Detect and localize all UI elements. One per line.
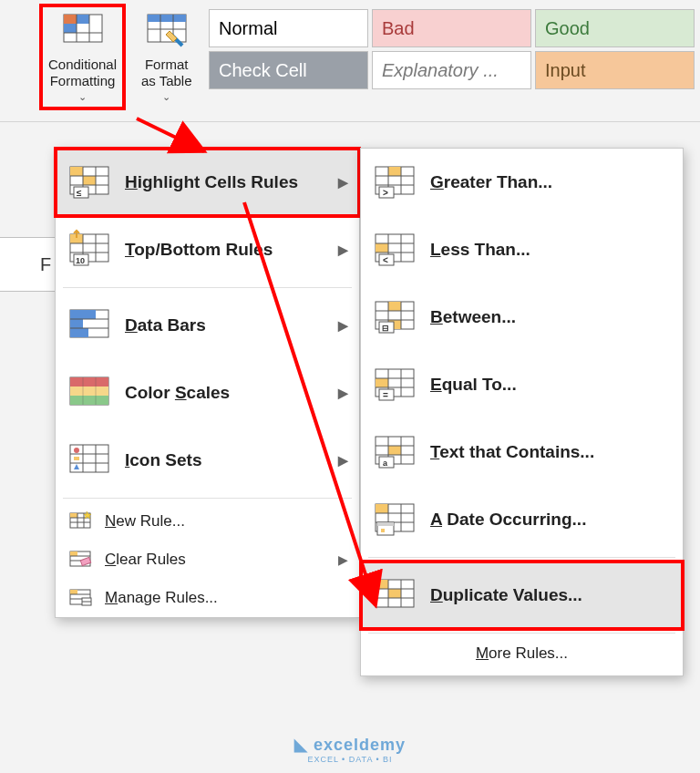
- conditional-formatting-label: Conditional Formatting: [46, 57, 119, 89]
- text-contains-icon: a: [374, 431, 416, 473]
- submenu-arrow-icon: ▶: [338, 242, 348, 257]
- cell-styles-gallery[interactable]: Normal Bad Good Check Cell Explanatory .…: [209, 9, 695, 89]
- conditional-formatting-menu: ≤ Highlight Cells Rules ▶ 10 Top/Bottom …: [55, 148, 360, 618]
- svg-rect-3: [64, 24, 77, 33]
- menu-label: Between...: [430, 307, 516, 327]
- style-normal[interactable]: Normal: [209, 9, 368, 47]
- svg-text:<: <: [383, 255, 388, 265]
- menu-icon-sets[interactable]: Icon Sets ▶: [56, 427, 359, 494]
- svg-rect-92: [376, 378, 388, 387]
- greater-than-icon: >: [374, 161, 416, 203]
- menu-label: Equal To...: [430, 375, 517, 395]
- manage-rules-icon: [68, 586, 92, 610]
- style-bad[interactable]: Bad: [372, 9, 531, 47]
- highlight-cells-icon: ≤: [68, 161, 110, 203]
- svg-rect-1: [64, 15, 77, 24]
- ribbon: Conditional Formatting ⌄ Format as Table…: [0, 0, 700, 122]
- format-as-table-label: Format as Table: [137, 57, 196, 89]
- menu-highlight-cells-rules[interactable]: ≤ Highlight Cells Rules ▶: [56, 149, 359, 216]
- menu-manage-rules[interactable]: Manage Rules...: [56, 579, 359, 617]
- menu-label: Less Than...: [430, 240, 530, 260]
- svg-rect-50: [70, 513, 77, 518]
- svg-rect-13: [70, 167, 83, 176]
- menu-label: More Rules...: [476, 644, 568, 663]
- chevron-down-icon: ⌄: [162, 91, 170, 103]
- svg-rect-83: [388, 302, 401, 311]
- menu-color-scales[interactable]: Color Scales ▶: [56, 359, 359, 427]
- menu-label: Text that Contains...: [430, 442, 594, 462]
- less-than-icon: <: [374, 229, 416, 271]
- menu-label: Greater Than...: [430, 172, 552, 192]
- svg-rect-100: [388, 446, 401, 455]
- menu-clear-rules[interactable]: Clear Rules ▶: [56, 541, 359, 579]
- style-input[interactable]: Input: [535, 51, 695, 89]
- menu-separator: [63, 287, 352, 288]
- svg-text:>: >: [383, 188, 388, 198]
- svg-rect-38: [70, 396, 108, 405]
- watermark: ◣ exceldemy EXCEL • DATA • BI: [294, 735, 406, 764]
- menu-label: A Date Occurring...: [430, 510, 586, 530]
- svg-text:⊟: ⊟: [382, 324, 389, 333]
- menu-separator: [368, 633, 675, 634]
- conditional-formatting-button[interactable]: Conditional Formatting ⌄: [41, 5, 125, 108]
- submenu-text-contains[interactable]: a Text that Contains...: [361, 418, 683, 486]
- highlight-cells-submenu: > Greater Than... < Less Than... ⊟ Betwe…: [360, 148, 684, 676]
- svg-rect-75: [376, 243, 388, 253]
- svg-rect-114: [377, 522, 394, 526]
- svg-rect-36: [70, 377, 108, 386]
- menu-separator: [63, 498, 352, 499]
- submenu-more-rules[interactable]: More Rules...: [361, 637, 683, 670]
- color-scales-icon: [68, 372, 110, 414]
- menu-label: New Rule...: [105, 512, 185, 531]
- submenu-arrow-icon: ▶: [338, 552, 348, 567]
- menu-label: Clear Rules: [105, 551, 186, 569]
- style-good[interactable]: Good: [535, 9, 695, 47]
- between-icon: ⊟: [374, 296, 416, 338]
- clear-rules-icon: [68, 548, 92, 572]
- format-as-table-button[interactable]: Format as Table ⌄: [131, 5, 201, 107]
- svg-point-42: [74, 448, 79, 453]
- new-rule-icon: [68, 510, 92, 533]
- svg-rect-8: [148, 15, 186, 22]
- svg-text:10: 10: [76, 256, 85, 265]
- menu-label: Icon Sets: [125, 450, 201, 470]
- svg-rect-117: [376, 580, 388, 589]
- svg-text:=: =: [383, 390, 388, 400]
- submenu-arrow-icon: ▶: [338, 453, 348, 468]
- menu-label: Manage Rules...: [105, 589, 218, 607]
- style-explanatory[interactable]: Explanatory ...: [372, 51, 531, 89]
- submenu-arrow-icon: ▶: [338, 386, 348, 400]
- submenu-between[interactable]: ⊟ Between...: [361, 283, 683, 351]
- menu-label: Data Bars: [125, 315, 206, 335]
- submenu-equal-to[interactable]: = Equal To...: [361, 351, 683, 418]
- format-as-table-icon: [146, 9, 188, 51]
- svg-rect-67: [388, 167, 401, 176]
- submenu-date-occurring[interactable]: A Date Occurring...: [361, 486, 683, 553]
- date-occurring-icon: [374, 499, 416, 541]
- menu-new-rule[interactable]: New Rule...: [56, 502, 359, 541]
- data-bars-icon: [68, 304, 110, 346]
- menu-label: Duplicate Values...: [430, 585, 582, 605]
- style-check-cell[interactable]: Check Cell: [209, 51, 368, 89]
- menu-top-bottom-rules[interactable]: 10 Top/Bottom Rules ▶: [56, 216, 359, 283]
- svg-rect-56: [70, 551, 77, 556]
- submenu-duplicate-values[interactable]: Duplicate Values...: [361, 562, 683, 629]
- menu-label: Color Scales: [125, 383, 230, 403]
- svg-rect-31: [70, 319, 83, 328]
- menu-separator: [368, 557, 675, 558]
- submenu-less-than[interactable]: < Less Than...: [361, 216, 683, 283]
- submenu-arrow-icon: ▶: [338, 175, 348, 190]
- svg-rect-37: [70, 386, 108, 396]
- svg-rect-2: [77, 15, 89, 24]
- menu-label: Top/Bottom Rules: [125, 240, 273, 260]
- svg-rect-108: [376, 504, 388, 513]
- icon-sets-icon: [68, 439, 110, 481]
- svg-rect-115: [381, 529, 385, 532]
- submenu-greater-than[interactable]: > Greater Than...: [361, 149, 683, 216]
- duplicate-values-icon: [374, 574, 416, 616]
- svg-rect-14: [83, 176, 96, 185]
- top-bottom-icon: 10: [68, 229, 110, 271]
- svg-line-124: [137, 119, 204, 151]
- svg-text:≤: ≤: [77, 188, 82, 198]
- menu-data-bars[interactable]: Data Bars ▶: [56, 292, 359, 359]
